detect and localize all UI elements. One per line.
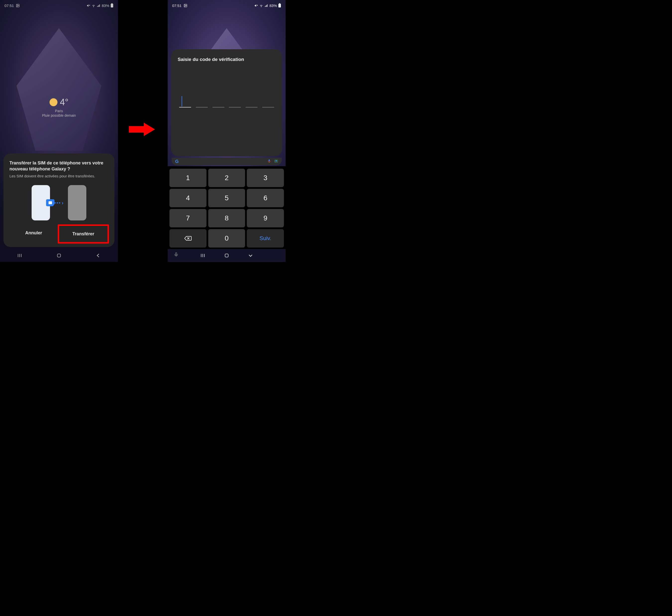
verification-title: Saisie du code de vérification [178, 57, 276, 62]
wifi-icon [259, 3, 263, 7]
sim-icon [46, 199, 54, 206]
svg-rect-7 [99, 5, 99, 7]
svg-rect-9 [111, 4, 113, 7]
back-button[interactable] [96, 253, 101, 258]
key-6[interactable]: 6 [247, 189, 284, 207]
transfer-illustration: › [9, 185, 108, 220]
svg-point-1 [17, 5, 18, 5]
home-button[interactable] [224, 253, 229, 258]
code-slot-4[interactable] [229, 107, 241, 107]
step-arrow-icon [126, 121, 156, 139]
home-button[interactable] [56, 253, 62, 258]
svg-point-4 [93, 7, 94, 7]
mute-icon [254, 4, 258, 7]
battery-percent: 83% [269, 3, 277, 8]
clock: 07:51 [4, 3, 14, 8]
sun-icon [50, 98, 57, 106]
code-input[interactable] [178, 107, 276, 107]
clock: 07:51 [172, 3, 182, 8]
key-5[interactable]: 5 [208, 189, 245, 207]
recents-button[interactable] [17, 253, 22, 258]
svg-rect-14 [57, 254, 61, 257]
key-0[interactable]: 0 [208, 229, 245, 248]
weather-forecast: Pluie possible demain [0, 113, 118, 117]
battery-icon [278, 3, 281, 8]
key-8[interactable]: 8 [208, 209, 245, 227]
status-bar: 07:51 83% [0, 2, 118, 9]
svg-rect-33 [176, 253, 177, 255]
signal-icon [264, 4, 268, 7]
temperature: 4° [60, 97, 68, 107]
screenshot-left: 07:51 83% 4° Paris Pluie p [0, 0, 118, 262]
code-slot-5[interactable] [246, 107, 258, 107]
nav-bar [168, 249, 286, 262]
svg-marker-15 [129, 123, 155, 136]
svg-rect-10 [111, 3, 112, 4]
battery-icon [110, 3, 113, 8]
signal-icon [97, 4, 101, 7]
svg-rect-24 [267, 4, 268, 7]
google-search-bar[interactable]: G [172, 158, 282, 165]
key-next[interactable]: Suiv. [247, 229, 284, 248]
transfer-dialog: Transférer la SIM de ce téléphone vers v… [3, 154, 114, 247]
code-slot-6[interactable] [262, 107, 274, 107]
source-phone-icon [32, 185, 50, 220]
voice-search-icon[interactable] [267, 159, 271, 164]
weather-widget[interactable]: 4° Paris Pluie possible demain [0, 97, 118, 117]
svg-rect-23 [266, 5, 267, 7]
code-slot-3[interactable] [212, 107, 224, 107]
image-icon [16, 4, 20, 7]
mic-icon[interactable] [174, 252, 179, 258]
dialog-subtitle: Les SIM doivent être activées pour être … [9, 174, 108, 179]
key-backspace[interactable] [169, 229, 207, 248]
svg-rect-25 [278, 4, 281, 7]
svg-rect-22 [265, 5, 266, 7]
key-2[interactable]: 2 [208, 169, 245, 187]
svg-rect-38 [225, 254, 228, 257]
screenshot-right: 07:51 83% Saisie du code de vérification [168, 0, 286, 262]
numeric-keypad: 1 2 3 4 5 6 7 8 9 0 Suiv. [168, 166, 286, 249]
status-bar: 07:51 83% [168, 2, 286, 9]
dialog-title: Transférer la SIM de ce téléphone vers v… [9, 160, 108, 172]
key-4[interactable]: 4 [169, 189, 207, 207]
svg-rect-5 [97, 6, 98, 7]
cancel-button[interactable]: Annuler [9, 225, 58, 243]
svg-rect-21 [265, 6, 265, 7]
svg-rect-27 [269, 159, 270, 161]
key-9[interactable]: 9 [247, 209, 284, 227]
target-phone-icon [68, 185, 86, 220]
transfer-arrow-icon: › [54, 200, 63, 206]
weather-city: Paris [0, 109, 118, 113]
svg-point-29 [275, 160, 277, 161]
verification-card: Saisie du code de vérification [171, 49, 282, 156]
key-1[interactable]: 1 [169, 169, 207, 187]
svg-rect-26 [279, 3, 280, 4]
key-7[interactable]: 7 [169, 209, 207, 227]
recents-button[interactable] [200, 253, 206, 258]
google-logo-icon: G [175, 159, 179, 164]
lens-icon[interactable] [274, 159, 278, 164]
svg-rect-8 [100, 4, 100, 7]
key-3[interactable]: 3 [247, 169, 284, 187]
nav-bar [0, 249, 118, 262]
mute-icon [87, 4, 90, 7]
battery-percent: 83% [102, 3, 109, 8]
svg-point-17 [185, 5, 185, 5]
code-slot-1[interactable] [179, 107, 191, 107]
image-icon [184, 4, 187, 7]
svg-point-20 [261, 7, 261, 7]
transfer-button[interactable]: Transférer [58, 224, 109, 244]
svg-rect-6 [98, 5, 98, 7]
keyboard-hide-button[interactable] [248, 253, 253, 258]
code-slot-2[interactable] [196, 107, 208, 107]
wifi-icon [92, 3, 96, 7]
